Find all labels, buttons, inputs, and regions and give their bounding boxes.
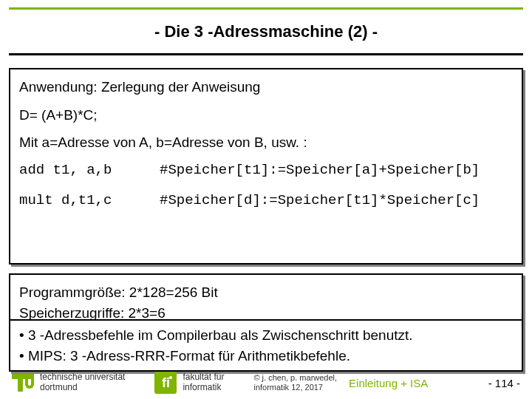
fak-line2: informatik <box>183 383 224 393</box>
uni-line1: technische universität <box>40 372 125 383</box>
copy-line1: © j. chen, p. marwedel, <box>253 373 337 383</box>
content-box-1: Anwendung: Zerlegung der Anweisung D= (A… <box>9 68 523 265</box>
code1-instr: add t1, a,b <box>19 160 160 181</box>
box1-line3: Mit a=Adresse von A, b=Adresse von B, us… <box>19 132 513 153</box>
fak-line1: fakultät für <box>183 372 224 383</box>
code-grid: add t1, a,b #Speicher[t1]:=Speicher[a]+S… <box>19 160 513 211</box>
section-title: Einleitung + ISA <box>349 377 428 389</box>
bullet-2: • MIPS: 3 -Adress-RRR-Format für Arithme… <box>19 346 513 366</box>
box1-line1: Anwendung: Zerlegung der Anweisung <box>19 77 513 98</box>
code1-comment: #Speicher[t1]:=Speicher[a]+Speicher[b] <box>160 160 513 181</box>
box2-line1: Programmgröße: 2*128=256 Bit <box>19 282 513 303</box>
uni-line2: dortmund <box>40 383 125 393</box>
content-box-3: • 3 -Adressbefehle im Compilerbau als Zw… <box>9 319 523 372</box>
tu-logo-icon <box>10 374 35 392</box>
fi-logo-icon: fi <box>154 372 177 394</box>
university-name: technische universität dortmund <box>40 372 125 393</box>
copyright: © j. chen, p. marwedel, informatik 12, 2… <box>253 373 337 392</box>
copy-line2: informatik 12, 2017 <box>253 383 337 392</box>
title-underline <box>9 53 523 55</box>
code2-instr: mult d,t1,c <box>19 191 160 211</box>
page-number: - 114 - <box>488 377 520 389</box>
slide-title: - Die 3 -Adressmaschine (2) - <box>0 22 532 41</box>
top-green-rule <box>9 7 523 10</box>
box1-line2: D= (A+B)*C; <box>19 105 513 126</box>
code2-comment: #Speicher[d]:=Speicher[t1]*Speicher[c] <box>160 191 513 211</box>
faculty-name: fakultät für informatik <box>183 372 224 393</box>
bullet-1: • 3 -Adressbefehle im Compilerbau als Zw… <box>19 325 513 346</box>
slide-footer: technische universität dortmund fi fakul… <box>0 366 532 399</box>
